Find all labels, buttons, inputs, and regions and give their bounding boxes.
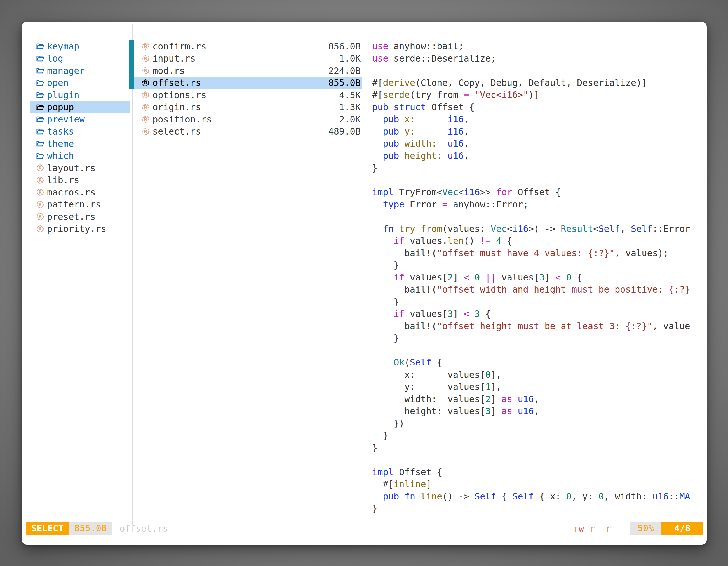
file-row[interactable]: Rpattern.rs [30,199,130,211]
folder-row[interactable]: preview [30,113,130,126]
code-line [372,174,706,187]
open-folder-icon [36,66,44,75]
open-folder-icon [36,54,44,63]
folder-row[interactable]: log [30,53,130,65]
folder-row[interactable]: manager [30,65,130,77]
code-line: #[serde(try_from = "Vec<i16>")] [372,89,706,101]
code-line: } [372,162,706,174]
permissions: -rw-r--r-- [568,523,622,534]
code-line: bail!("offset must have 4 values: {:?}",… [372,247,706,260]
item-label: layout.rs [47,163,95,173]
item-label: manager [47,65,85,76]
svg-text:R: R [144,92,147,98]
file-row[interactable]: Rconfirm.rs856.0B [134,40,362,53]
code-line: if values.len() != 4 { [372,235,706,247]
item-label: options.rs [152,90,206,100]
file-row[interactable]: Rselect.rs489.0B [134,126,362,138]
folder-row[interactable]: popup [30,101,130,114]
code-line: width: values[2] as u16, [372,393,706,405]
code-line: pub y: i16, [372,126,706,138]
svg-text:R: R [144,105,147,110]
file-size-badge: 855.0B [69,522,112,535]
file-row[interactable]: Rlib.rs [30,174,130,187]
file-size: 1.0K [339,53,361,64]
open-folder-icon [36,42,44,51]
file-size: 489.0B [328,126,361,137]
code-line: use serde::Deserialize; [372,53,706,65]
position-badge: 4/8 [661,522,703,535]
folder-row[interactable]: keymap [30,40,130,53]
open-folder-icon [36,127,44,136]
item-label: preview [47,114,85,125]
folder-row[interactable]: theme [30,138,130,150]
svg-text:R: R [38,214,42,219]
code-line: pub width: u16, [372,138,706,150]
rust-file-icon: R [141,91,150,99]
current-pane: Rconfirm.rs856.0BRinput.rs1.0KRmod.rs224… [134,40,362,138]
selection-marker-bar [129,40,134,89]
file-row[interactable]: Roffset.rs855.0B [134,77,362,89]
item-label: confirm.rs [152,41,206,52]
code-line [372,65,706,77]
file-size: 1.3K [339,102,361,112]
file-row[interactable]: Rmacros.rs [30,186,130,199]
svg-text:R: R [38,178,42,183]
rust-file-icon: R [141,54,150,63]
pane-divider [132,24,133,525]
open-folder-icon [36,115,44,124]
folder-row[interactable]: plugin [30,89,130,101]
file-row[interactable]: Rorigin.rs1.3K [134,101,362,114]
status-bar-right: -rw-r--r-- 50%4/8 [568,522,703,535]
file-row[interactable]: Rpriority.rs [30,223,130,235]
code-line: pub height: u16, [372,150,706,162]
mode-badge: SELECT [26,522,69,535]
item-label: keymap [47,41,79,52]
rust-file-icon: R [36,188,44,197]
file-row[interactable]: Rposition.rs2.0K [134,113,362,126]
item-label: priority.rs [47,224,106,234]
code-line: pub struct Offset { [372,101,706,114]
rust-file-icon: R [36,225,44,233]
item-label: preset.rs [47,212,95,222]
item-label: input.rs [152,53,196,64]
svg-text:R: R [144,129,147,134]
folder-row[interactable]: which [30,150,130,162]
rust-file-icon: R [36,164,44,172]
open-folder-icon [36,91,44,99]
item-label: popup [47,102,74,112]
file-row[interactable]: Roptions.rs4.5K [134,89,362,101]
code-line: bail!("offset width and height must be p… [372,283,706,296]
open-folder-icon [36,79,44,87]
rust-file-icon: R [141,66,150,75]
open-folder-icon [36,152,44,160]
code-line: if values[2] < 0 || values[3] < 0 { [372,272,706,284]
file-row[interactable]: Rpreset.rs [30,211,130,223]
code-line [372,344,706,357]
folder-row[interactable]: open [30,77,130,89]
file-size: 224.0B [328,65,361,76]
svg-text:R: R [144,56,147,61]
item-label: open [47,78,69,88]
code-line: }) [372,417,706,430]
file-row[interactable]: Rmod.rs224.0B [134,65,362,77]
open-folder-icon [36,103,44,112]
preview-percent-badge: 50% [630,522,661,535]
item-label: which [47,151,74,161]
item-label: mod.rs [152,65,185,76]
rust-file-icon: R [36,200,44,209]
item-label: plugin [47,90,79,100]
item-label: theme [47,139,74,149]
svg-text:R: R [144,44,147,49]
rust-file-icon: R [141,127,150,136]
rust-file-icon: R [36,212,44,221]
preview-pane: use anyhow::bail;use serde::Deserialize;… [372,40,706,516]
item-label: select.rs [152,126,201,137]
file-row[interactable]: Rinput.rs1.0K [134,53,362,65]
folder-row[interactable]: tasks [30,126,130,138]
code-line [372,211,706,223]
rust-file-icon: R [141,103,150,112]
item-label: tasks [47,126,74,137]
item-label: log [47,53,63,64]
file-row[interactable]: Rlayout.rs [30,162,130,174]
code-line: impl TryFrom<Vec<i16>> for Offset { [372,186,706,199]
